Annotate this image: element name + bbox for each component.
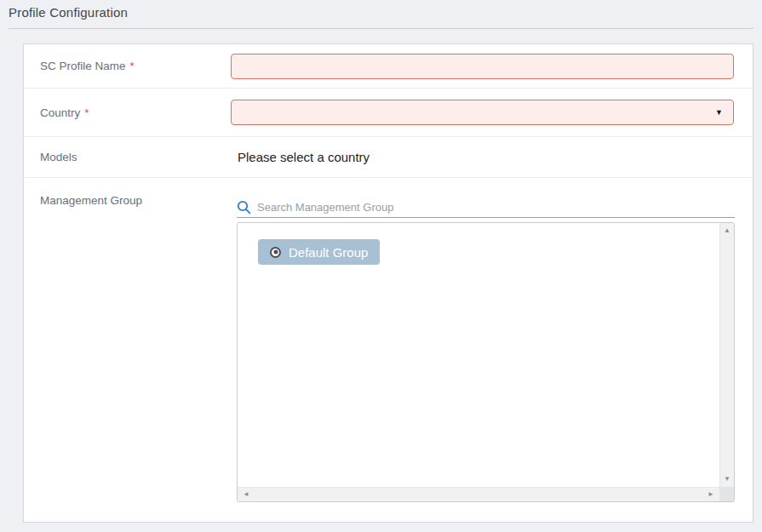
required-asterisk: *: [130, 60, 135, 72]
horizontal-scrollbar[interactable]: ◄ ►: [238, 487, 719, 501]
management-group-listbox: Default Group ▲ ▼ ◄ ►: [237, 222, 735, 502]
management-group-field-wrap: Default Group ▲ ▼ ◄ ►: [231, 178, 735, 502]
scrollbar-corner: [719, 487, 734, 501]
page-title: Profile Configuration: [9, 5, 128, 20]
scroll-left-icon[interactable]: ◄: [243, 491, 249, 498]
management-group-label-text: Management Group: [40, 194, 142, 207]
vertical-scrollbar[interactable]: ▲ ▼: [719, 223, 734, 487]
radio-dot: [273, 250, 278, 255]
row-country: Country* ▼: [24, 89, 753, 137]
radio-selected-icon: [270, 247, 281, 258]
row-management-group: Management Group Default Group ▲: [24, 178, 753, 522]
scroll-right-icon[interactable]: ►: [708, 491, 714, 498]
sc-profile-name-label: SC Profile Name*: [24, 60, 231, 72]
required-asterisk: *: [84, 106, 89, 119]
scroll-down-icon[interactable]: ▼: [724, 476, 730, 483]
profile-configuration-panel: SC Profile Name* Country* ▼ Models Pleas…: [23, 43, 753, 523]
sc-profile-name-input[interactable]: [231, 54, 734, 79]
models-placeholder-text: Please select a country: [231, 150, 734, 164]
management-group-search-input[interactable]: [257, 201, 735, 214]
country-field-wrap: ▼: [231, 100, 734, 125]
group-option-default-group[interactable]: Default Group: [258, 239, 380, 265]
country-label: Country*: [24, 106, 231, 119]
management-group-label: Management Group: [24, 178, 231, 207]
models-label-text: Models: [40, 151, 77, 163]
search-icon: [237, 200, 251, 215]
sc-profile-name-field-wrap: [231, 54, 734, 79]
models-label: Models: [24, 151, 231, 163]
sc-profile-name-label-text: SC Profile Name: [40, 60, 126, 72]
models-field-wrap: Please select a country: [231, 150, 734, 164]
chevron-down-icon: ▼: [715, 109, 723, 117]
country-select[interactable]: ▼: [231, 100, 734, 125]
country-label-text: Country: [40, 106, 80, 119]
management-group-search-bar: [237, 198, 735, 218]
scroll-up-icon[interactable]: ▲: [724, 227, 730, 234]
title-divider: [9, 28, 753, 29]
row-models: Models Please select a country: [24, 137, 753, 178]
group-option-label: Default Group: [289, 245, 368, 260]
row-sc-profile-name: SC Profile Name*: [24, 44, 753, 89]
